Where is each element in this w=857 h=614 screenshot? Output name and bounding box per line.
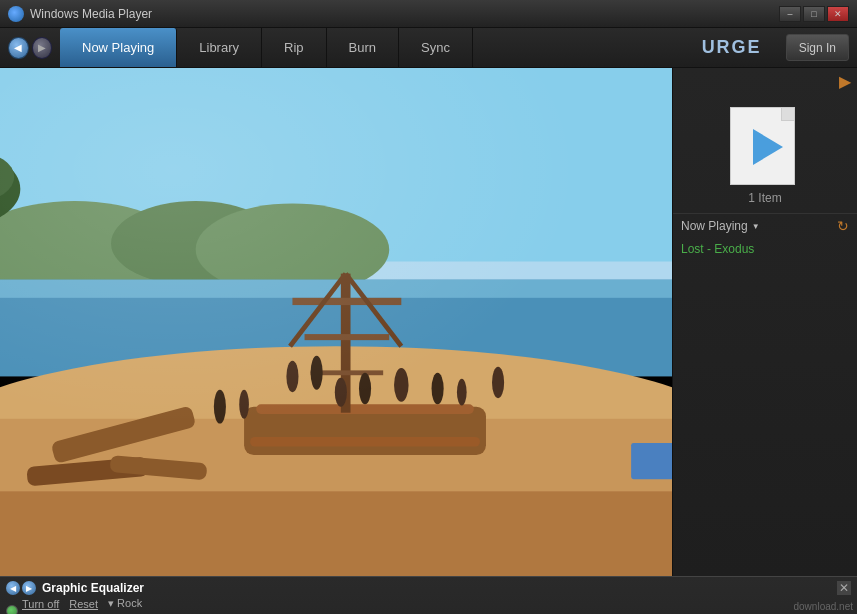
now-playing-label: Now Playing	[681, 219, 748, 233]
back-button[interactable]: ◀	[8, 37, 29, 59]
panel-arrow-icon: ▶	[839, 72, 851, 91]
right-panel: ▶ 1 Item Now Playing ▼ ↻ Lost - Exodus	[672, 68, 857, 576]
eq-forward-button[interactable]: ▶	[22, 581, 36, 595]
app-icon	[8, 6, 24, 22]
eq-close-button[interactable]: ✕	[837, 581, 851, 595]
eq-preset-dropdown[interactable]: ▾ Rock	[108, 597, 142, 610]
watermark: download.net	[790, 599, 858, 614]
nav-back-section: ◀ ▶	[0, 28, 60, 67]
nav-bar: ◀ ▶ Now Playing Library Rip Burn Sync UR…	[0, 28, 857, 68]
eq-controls: Turn off Reset ▾ Rock	[22, 597, 851, 610]
video-area[interactable]	[0, 68, 672, 576]
svg-rect-37	[0, 68, 672, 576]
eq-check-1[interactable]	[6, 605, 18, 614]
tab-library[interactable]: Library	[177, 28, 262, 67]
title-bar-text: Windows Media Player	[30, 7, 779, 21]
title-bar-controls: – □ ✕	[779, 6, 849, 22]
dropdown-arrow-icon: ▼	[752, 222, 760, 231]
eq-back-button[interactable]: ◀	[6, 581, 20, 595]
close-button[interactable]: ✕	[827, 6, 849, 22]
item-count: 1 Item	[748, 191, 781, 205]
urge-logo: URGE	[686, 28, 778, 67]
minimize-button[interactable]: –	[779, 6, 801, 22]
play-triangle-icon	[753, 129, 783, 165]
main-content: ▶ 1 Item Now Playing ▼ ↻ Lost - Exodus	[0, 68, 857, 576]
maximize-button[interactable]: □	[803, 6, 825, 22]
eq-header: ◀ ▶ Graphic Equalizer ✕	[6, 581, 851, 595]
playlist-doc-icon	[730, 107, 800, 187]
playlist-icon-area: 1 Item	[673, 95, 857, 213]
video-svg	[0, 68, 672, 576]
eq-reset-button[interactable]: Reset	[69, 598, 98, 610]
equalizer-panel: ◀ ▶ Graphic Equalizer ✕ Turn off Reset ▾…	[0, 576, 857, 614]
eq-nav-buttons: ◀ ▶	[6, 581, 36, 595]
eq-checks	[6, 605, 18, 614]
title-bar: Windows Media Player – □ ✕	[0, 0, 857, 28]
eq-turnoff-button[interactable]: Turn off	[22, 598, 59, 610]
now-playing-dropdown[interactable]: Now Playing ▼ ↻	[673, 213, 857, 238]
eq-title: Graphic Equalizer	[42, 581, 837, 595]
forward-button[interactable]: ▶	[32, 37, 53, 59]
tab-rip[interactable]: Rip	[262, 28, 327, 67]
tab-sync[interactable]: Sync	[399, 28, 473, 67]
tab-now-playing[interactable]: Now Playing	[60, 28, 177, 67]
refresh-icon: ↻	[837, 218, 849, 234]
current-track: Lost - Exodus	[673, 238, 857, 260]
nav-tabs: Now Playing Library Rip Burn Sync	[60, 28, 473, 67]
sign-in-button[interactable]: Sign In	[786, 34, 849, 61]
video-scene	[0, 68, 672, 576]
right-panel-top: ▶	[673, 68, 857, 95]
tab-burn[interactable]: Burn	[327, 28, 399, 67]
